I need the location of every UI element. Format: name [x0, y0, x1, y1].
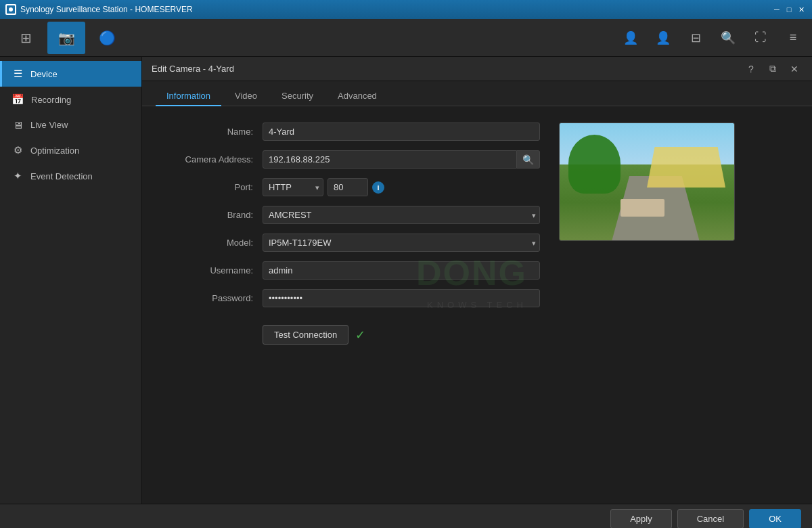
port-protocol-select[interactable]: HTTP HTTPS: [263, 178, 323, 196]
password-input[interactable]: [263, 289, 540, 307]
app-icon: [5, 4, 16, 15]
model-label: Model:: [161, 238, 263, 248]
toolbar-fullscreen-btn[interactable]: ⛶: [748, 26, 773, 50]
username-label: Username:: [161, 265, 263, 276]
toolbar-lens-btn[interactable]: 🔵: [88, 22, 126, 54]
toolbar-user-alert-btn[interactable]: 👤: [618, 26, 643, 50]
liveview-icon: 🖥: [12, 119, 24, 131]
tabs: Information Video Security Advanced: [142, 81, 812, 106]
password-label: Password:: [161, 293, 263, 303]
tab-information[interactable]: Information: [156, 87, 221, 106]
toolbar-grid-btn[interactable]: ⊞: [7, 22, 45, 54]
form-fields: Name: Camera Address: 🔍 Port:: [161, 123, 540, 487]
event-detection-icon: ✦: [12, 170, 24, 182]
form-area: Name: Camera Address: 🔍 Port:: [142, 106, 812, 504]
model-row: Model: IP5M-T1179EW IP4M-1026W Other: [161, 234, 540, 252]
fullscreen-icon: ⛶: [754, 30, 767, 45]
dialog-help-btn[interactable]: ?: [743, 61, 759, 77]
titlebar-controls: ─ □ ✕: [771, 4, 807, 15]
sidebar-item-device[interactable]: ☰ Device: [0, 61, 141, 87]
sidebar-item-label-optimization: Optimization: [30, 146, 79, 156]
toolbar-right: 👤 👤 ⊟ 🔍 ⛶ ≡: [618, 26, 805, 50]
toolbar-menu-btn[interactable]: ≡: [781, 26, 805, 50]
dialog-close-btn[interactable]: ✕: [786, 61, 803, 77]
toolbar-search-btn[interactable]: 🔍: [716, 26, 740, 50]
layout-icon: ⊟: [691, 30, 701, 45]
ok-button[interactable]: OK: [749, 509, 801, 528]
brand-select[interactable]: AMCREST Axis Dahua Hikvision Other: [263, 206, 540, 224]
svg-point-1: [9, 7, 13, 12]
brand-label: Brand:: [161, 210, 263, 220]
dialog-title: Edit Camera - 4-Yard ? ⧉ ✕: [142, 57, 812, 81]
model-wrapper: IP5M-T1179EW IP4M-1026W Other: [263, 234, 540, 252]
sidebar: ☰ Device 📅 Recording 🖥 Live View ⚙ Optim…: [0, 57, 142, 504]
tab-advanced[interactable]: Advanced: [327, 87, 388, 106]
search-icon: 🔍: [721, 30, 736, 45]
lens-icon: 🔵: [99, 30, 116, 46]
port-row: Port: HTTP HTTPS i: [161, 178, 540, 196]
port-protocol-wrapper: HTTP HTTPS: [263, 178, 323, 196]
name-row: Name:: [161, 123, 540, 141]
camera-scene: [560, 123, 734, 240]
camera-address-search-btn[interactable]: 🔍: [517, 150, 540, 169]
test-connection-button[interactable]: Test Connection: [263, 325, 348, 345]
camera-address-row: Camera Address: 🔍: [161, 150, 540, 169]
port-info-icon[interactable]: i: [372, 181, 384, 194]
apply-button[interactable]: Apply: [610, 509, 672, 528]
menu-icon: ≡: [790, 30, 797, 45]
main: ☰ Device 📅 Recording 🖥 Live View ⚙ Optim…: [0, 57, 812, 504]
connection-success-icon: ✓: [355, 328, 365, 343]
titlebar: Synology Surveillance Station - HOMESERV…: [0, 0, 812, 19]
name-input[interactable]: [263, 123, 540, 141]
username-input[interactable]: [263, 261, 540, 280]
sidebar-item-label-event-detection: Event Detection: [30, 171, 93, 181]
tab-video[interactable]: Video: [224, 87, 268, 106]
account-icon: 👤: [656, 30, 671, 45]
device-icon: ☰: [12, 68, 24, 80]
sidebar-item-label-liveview: Live View: [30, 120, 68, 130]
model-select[interactable]: IP5M-T1179EW IP4M-1026W Other: [263, 234, 540, 252]
titlebar-left: Synology Surveillance Station - HOMESERV…: [5, 4, 193, 15]
dialog-title-right: ? ⧉ ✕: [743, 61, 803, 77]
dialog-restore-btn[interactable]: ⧉: [765, 61, 781, 77]
camera-preview: [559, 123, 735, 487]
sidebar-item-liveview[interactable]: 🖥 Live View: [0, 112, 141, 137]
camera-address-field: 🔍: [263, 150, 540, 169]
brand-row: Brand: AMCREST Axis Dahua Hikvision Othe…: [161, 206, 540, 224]
sidebar-item-label-device: Device: [30, 69, 58, 79]
sidebar-item-recording[interactable]: 📅 Recording: [0, 87, 141, 112]
camera-address-label: Camera Address:: [161, 154, 263, 164]
test-connection-row: Test Connection ✓: [161, 317, 540, 345]
minimize-button[interactable]: ─: [771, 4, 782, 15]
sidebar-item-event-detection[interactable]: ✦ Event Detection: [0, 163, 141, 189]
cam-table: [621, 199, 664, 217]
recording-icon: 📅: [12, 93, 24, 106]
brand-wrapper: AMCREST Axis Dahua Hikvision Other: [263, 206, 540, 224]
user-alert-icon: 👤: [623, 30, 638, 45]
maximize-button[interactable]: □: [784, 4, 794, 15]
camera-address-input[interactable]: [263, 150, 517, 169]
toolbar-layout-btn[interactable]: ⊟: [683, 26, 708, 50]
optimization-icon: ⚙: [12, 144, 24, 156]
toolbar: ⊞ 📷 🔵 👤 👤 ⊟ 🔍 ⛶ ≡: [0, 19, 812, 57]
cancel-button[interactable]: Cancel: [677, 509, 744, 528]
toolbar-account-btn[interactable]: 👤: [651, 26, 675, 50]
close-button[interactable]: ✕: [796, 4, 807, 15]
content-wrapper: Edit Camera - 4-Yard ? ⧉ ✕ Information V…: [142, 57, 812, 504]
test-connection-area: Test Connection ✓: [263, 325, 365, 345]
name-label: Name:: [161, 127, 263, 137]
cam-shade: [647, 147, 725, 188]
sidebar-item-label-recording: Recording: [31, 95, 71, 105]
camera-icon: 📷: [58, 30, 75, 46]
port-label: Port:: [161, 182, 263, 192]
tab-security[interactable]: Security: [271, 87, 324, 106]
port-number-input[interactable]: [328, 178, 368, 196]
password-row: Password:: [161, 289, 540, 307]
grid-icon: ⊞: [20, 30, 32, 46]
titlebar-title: Synology Surveillance Station - HOMESERV…: [20, 5, 193, 14]
camera-thumbnail: [559, 123, 735, 241]
bottom-bar: Apply Cancel OK: [0, 504, 812, 528]
port-fields: HTTP HTTPS i: [263, 178, 540, 196]
sidebar-item-optimization[interactable]: ⚙ Optimization: [0, 137, 141, 163]
toolbar-camera-btn[interactable]: 📷: [47, 22, 85, 54]
